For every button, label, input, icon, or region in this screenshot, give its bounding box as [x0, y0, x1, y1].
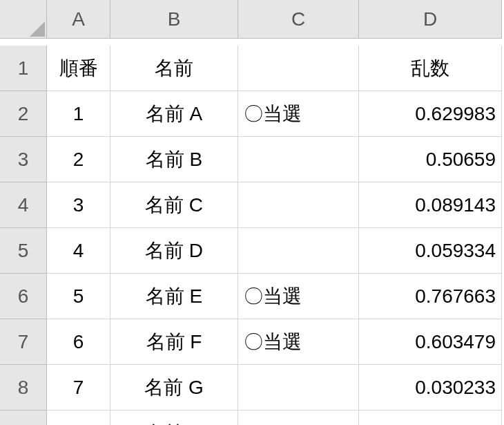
cell-value: 名前 F	[146, 329, 202, 355]
cell-D2[interactable]: 0.629983	[359, 91, 502, 137]
cell-value: 0.629983	[415, 103, 496, 125]
cell-D1[interactable]: 乱数	[359, 46, 502, 91]
cell-value: 名前 A	[146, 101, 202, 127]
cell-value: 0.767663	[415, 285, 496, 308]
cell-value: 2	[73, 149, 84, 171]
cell-C1[interactable]	[238, 46, 359, 91]
cell-B8[interactable]: 名前 G	[110, 365, 238, 410]
cell-D8[interactable]: 0.030233	[359, 365, 502, 410]
cell-A5[interactable]: 4	[47, 228, 110, 274]
row-header-7[interactable]: 7	[0, 319, 47, 365]
cell-D4[interactable]: 0.089143	[359, 182, 502, 228]
column-header-B[interactable]: B	[110, 0, 238, 39]
cell-value: 名前 D	[145, 238, 203, 264]
column-header-D[interactable]: D	[359, 0, 502, 39]
cell-value: 0.50659	[426, 149, 496, 171]
cell-value: 〇当選	[244, 329, 302, 355]
cell-value: 3	[73, 194, 84, 216]
cell-value: 6	[73, 331, 84, 353]
row-header-5[interactable]: 5	[0, 228, 47, 274]
cell-value: 0.059334	[415, 240, 496, 262]
cell-value: 5	[73, 285, 84, 308]
cell-value: 0.4414	[436, 422, 496, 426]
cell-B5[interactable]: 名前 D	[110, 228, 238, 274]
cell-value: 〇当選	[244, 283, 302, 310]
cell-value: 7	[73, 377, 84, 399]
select-all-corner[interactable]	[0, 0, 47, 39]
cell-D7[interactable]: 0.603479	[359, 319, 502, 365]
cell-value: 名前 C	[145, 192, 203, 218]
cell-value: 名前 H	[145, 420, 203, 426]
cell-D3[interactable]: 0.50659	[359, 137, 502, 182]
svg-marker-0	[30, 21, 45, 37]
cell-D5[interactable]: 0.059334	[359, 228, 502, 274]
cell-value: 0.030233	[415, 377, 496, 399]
cell-A2[interactable]: 1	[47, 91, 110, 137]
cell-C9[interactable]	[238, 410, 359, 425]
cell-C5[interactable]	[238, 228, 359, 274]
select-all-triangle-icon	[30, 21, 45, 37]
cell-A8[interactable]: 7	[47, 365, 110, 410]
cell-value: 4	[73, 240, 84, 262]
cell-value: 0.089143	[415, 194, 496, 216]
cell-D6[interactable]: 0.767663	[359, 274, 502, 319]
cell-B2[interactable]: 名前 A	[110, 91, 238, 137]
cell-B3[interactable]: 名前 B	[110, 137, 238, 182]
column-header-C[interactable]: C	[238, 0, 359, 39]
cell-C2[interactable]: 〇当選	[238, 91, 359, 137]
header-rand: 乱数	[411, 55, 449, 82]
row-header-1[interactable]: 1	[0, 46, 47, 91]
cell-A1[interactable]: 順番	[47, 46, 110, 91]
cell-C7[interactable]: 〇当選	[238, 319, 359, 365]
cell-C3[interactable]	[238, 137, 359, 182]
cell-C4[interactable]	[238, 182, 359, 228]
cell-A6[interactable]: 5	[47, 274, 110, 319]
cell-C6[interactable]: 〇当選	[238, 274, 359, 319]
row-header-4[interactable]: 4	[0, 182, 47, 228]
cell-value: 〇当選	[244, 101, 302, 127]
cell-value: 名前 E	[146, 283, 202, 310]
cell-B1[interactable]: 名前	[110, 46, 238, 91]
column-header-A[interactable]: A	[47, 0, 110, 39]
header-order: 順番	[59, 55, 98, 82]
cell-value: 名前 B	[146, 147, 202, 173]
cell-value: 0.603479	[415, 331, 496, 353]
spreadsheet-grid: A B C D 1 順番 名前 乱数 2 1 名前 A 〇当選 0.629983…	[0, 0, 504, 425]
row-header-2[interactable]: 2	[0, 91, 47, 137]
row-header-8[interactable]: 8	[0, 365, 47, 410]
cell-A7[interactable]: 6	[47, 319, 110, 365]
cell-C8[interactable]	[238, 365, 359, 410]
cell-B7[interactable]: 名前 F	[110, 319, 238, 365]
cell-A9[interactable]: 8	[47, 410, 110, 425]
header-name: 名前	[155, 55, 193, 82]
cell-A3[interactable]: 2	[47, 137, 110, 182]
row-header-9[interactable]: 9	[0, 410, 47, 425]
cell-B6[interactable]: 名前 E	[110, 274, 238, 319]
row-header-3[interactable]: 3	[0, 137, 47, 182]
cell-B9[interactable]: 名前 H	[110, 410, 238, 425]
cell-value: 1	[73, 103, 84, 125]
row-header-6[interactable]: 6	[0, 274, 47, 319]
cell-value: 名前 G	[144, 375, 204, 401]
cell-A4[interactable]: 3	[47, 182, 110, 228]
cell-D9[interactable]: 0.4414	[359, 410, 502, 425]
cell-B4[interactable]: 名前 C	[110, 182, 238, 228]
cell-value: 8	[73, 422, 84, 426]
